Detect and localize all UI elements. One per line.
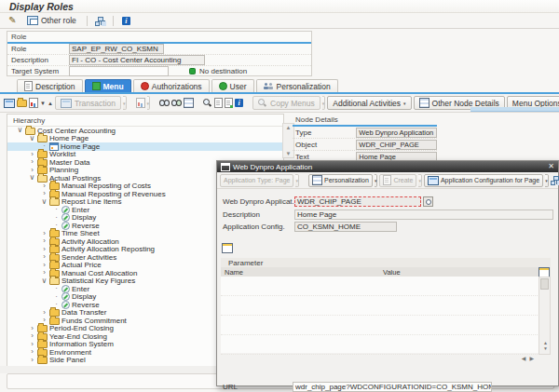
dialog-window-icon [221, 163, 230, 171]
transaction-label: Transaction [75, 99, 116, 108]
move-up-button[interactable]: ▲ [48, 97, 53, 110]
status-led-green [189, 68, 196, 74]
grid-view-button[interactable] [184, 97, 194, 110]
tree-expander[interactable]: ∨ [41, 277, 48, 285]
tree-item[interactable]: ∨ Home Page [7, 135, 283, 143]
application-type-dropdown[interactable]: ▾ [295, 174, 299, 187]
role-group-box: Role Role SAP_EP_RW_CO_KSMN Description … [7, 31, 312, 76]
table-settings-icon[interactable] [539, 267, 550, 277]
tree-item[interactable]: ∨ Cost Center Accounting [7, 127, 283, 135]
tree-expander[interactable]: ∨ [29, 174, 35, 182]
transaction-dropdown[interactable]: ▾ [123, 96, 127, 110]
tree-node-icon [49, 277, 60, 285]
parameter-table-body[interactable] [221, 277, 539, 353]
zoom-button[interactable] [203, 97, 212, 110]
dialog-body: Web Dynpro Applicat. WDR_CHIP_PAGE Descr… [217, 189, 558, 386]
personalization-button[interactable]: Personalization [308, 174, 373, 187]
other-node-details-icon [419, 98, 429, 108]
create-button[interactable]: Create [379, 174, 416, 187]
delete-node-button[interactable] [29, 97, 38, 110]
parameter-empty-row[interactable] [221, 335, 539, 355]
tree-item[interactable]: › Worklist [7, 151, 283, 159]
tree-expander[interactable]: ∨ [41, 198, 48, 206]
tab-authorizations[interactable]: Authorizations [133, 79, 210, 92]
parameter-value-column[interactable]: Value [383, 268, 401, 277]
wd-description-field[interactable]: Home Page [294, 210, 553, 220]
application-type-button[interactable]: Application Type: Page [220, 174, 293, 187]
transaction-button[interactable]: Transaction [55, 96, 121, 110]
node-object-row: Object WDR_CHIP_PAGE [293, 139, 437, 151]
report-button[interactable] [136, 97, 145, 110]
tab-user[interactable]: User [211, 79, 254, 92]
tab-description-label: Description [35, 82, 75, 91]
other-role-button[interactable]: Other role [22, 15, 81, 27]
find-next-button[interactable] [171, 97, 182, 110]
parameter-empty-row[interactable] [221, 296, 539, 316]
legend-button[interactable]: i [235, 97, 243, 110]
delete-report-icon [29, 98, 38, 108]
table-scroll-horizontal-arrows[interactable]: ◀▶ [522, 355, 538, 361]
target-system-label: Target System [7, 67, 69, 75]
tree-node-icon [49, 142, 59, 151]
info-button[interactable]: i [119, 14, 133, 27]
move-down-button[interactable]: ▼ [40, 97, 46, 110]
description-tab-icon [24, 81, 33, 91]
document-import-icon [225, 98, 233, 108]
parameter-name-column[interactable]: Name [221, 268, 383, 277]
scrollbar-thumb[interactable] [540, 278, 549, 290]
wd-application-field[interactable]: WDR_CHIP_PAGE [294, 196, 421, 207]
tree-item[interactable]: · Home Page [7, 142, 283, 151]
copy-menus-button[interactable]: Copy Menus [252, 96, 320, 110]
dialog-title: Web Dynpro Application [233, 163, 312, 171]
report-dropdown[interactable]: ▾ [147, 96, 151, 110]
parameter-empty-row[interactable] [221, 316, 539, 335]
new-document-button[interactable] [214, 97, 223, 110]
wd-config-field[interactable]: CO_KSMN_HOME [294, 222, 397, 232]
user-status-icon [219, 82, 227, 90]
tab-menu[interactable]: Menu [85, 79, 131, 92]
authorizations-status-icon [141, 82, 149, 90]
hierarchy-header: Hierarchy [7, 115, 283, 127]
info-icon: i [122, 17, 130, 25]
copy-menus-icon [258, 99, 267, 108]
copy-menus-dropdown[interactable]: ▾ [322, 96, 326, 110]
tree-expander[interactable]: › [29, 357, 35, 364]
binoculars-icon [159, 100, 170, 106]
description-field[interactable]: FI - CO - Cost Center Accounting [69, 55, 205, 65]
personalization-dropdown[interactable]: ▾ [375, 174, 378, 187]
tree-node-icon [61, 301, 70, 309]
close-icon[interactable]: ✕ [548, 163, 554, 170]
create-folder-button[interactable] [17, 97, 27, 110]
table-scroll-vertical-arrows[interactable]: ▲▼ [541, 340, 550, 351]
app-config-button[interactable]: Application Configuration for Page [424, 174, 543, 187]
additional-activities-button[interactable]: Additional Activities ▾ [327, 96, 411, 110]
find-button[interactable] [159, 97, 170, 110]
tree-expander[interactable]: ∨ [17, 127, 23, 134]
import-button[interactable] [225, 97, 233, 110]
toolbar-separator [87, 16, 88, 26]
app-config-dropdown[interactable]: ▾ [545, 174, 549, 187]
target-system-field[interactable] [69, 66, 169, 76]
scroll-up-icon[interactable]: ▲ [286, 125, 292, 130]
tree-node-icon [61, 222, 70, 230]
role-row: Role SAP_EP_RW_CO_KSMN [7, 44, 311, 55]
tree-node-icon [25, 128, 35, 135]
dialog-title-bar[interactable]: Web Dynpro Application ✕ [217, 161, 558, 172]
role-field[interactable]: SAP_EP_RW_CO_KSMN [69, 44, 164, 54]
possible-entries-icon[interactable] [423, 196, 433, 207]
tab-personalization[interactable]: Personalization [256, 79, 338, 92]
tab-description[interactable]: Description [17, 79, 83, 92]
parameter-empty-row[interactable] [221, 277, 539, 296]
display-change-button[interactable]: ✎ [6, 14, 20, 27]
scroll-down-icon[interactable]: ▼ [286, 151, 292, 156]
tree-expander[interactable]: ∨ [29, 135, 35, 142]
role-group-label: Role [7, 32, 311, 44]
panel-top-strip [470, 107, 559, 112]
create-dropdown[interactable]: ▾ [418, 174, 422, 187]
dialog-org-button[interactable] [551, 174, 559, 187]
org-structure-button[interactable] [93, 14, 107, 27]
parameter-table-icon[interactable] [222, 243, 233, 253]
transaction-icon [61, 99, 72, 108]
url-field[interactable]: wdr_chip_page?WDCONFIGURATIONID=CO_KSMN_… [293, 382, 492, 392]
transaction-screen-button[interactable] [4, 97, 15, 110]
